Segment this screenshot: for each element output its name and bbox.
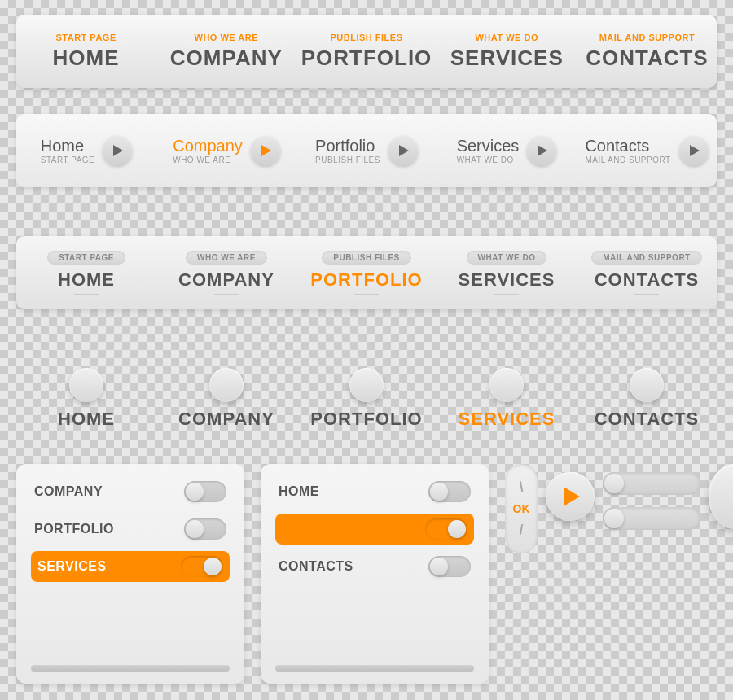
nav2-services-sub: WHAT WE DO	[457, 155, 520, 164]
nav3-services[interactable]: WHAT WE DO SERVICES	[437, 251, 577, 295]
nav4-home-circle[interactable]	[69, 368, 103, 402]
panel-middle: HOME CONTACTS	[261, 464, 489, 684]
toggle-portfolio2-switch[interactable]	[425, 518, 467, 540]
nav4-contacts[interactable]: CONTACTS	[577, 368, 717, 430]
toggle-portfolio-knob	[186, 520, 204, 538]
nav-bar-3: START PAGE HOME WHO WE ARE COMPANY PUBLI…	[16, 236, 717, 309]
play-triangle-2	[399, 145, 409, 156]
nav2-portfolio[interactable]: Portfolio PUBLISH FILES	[296, 136, 437, 165]
panel-right-top: \ OK / ⏻	[505, 464, 733, 562]
nav2-portfolio-play[interactable]	[388, 136, 418, 165]
toggle-group	[603, 472, 700, 562]
nav3-company-title: COMPANY	[178, 269, 274, 291]
nav2-home-sub: START PAGE	[41, 155, 95, 164]
nav4-company-circle[interactable]	[209, 368, 244, 402]
nav3-company-underline	[214, 294, 239, 295]
play-triangle-active	[261, 145, 271, 156]
panel-left: COMPANY PORTFOLIO SERVICES	[16, 464, 244, 684]
panel-middle-bottom-bar	[275, 665, 474, 672]
play-large-triangle	[564, 487, 580, 506]
nav3-contacts-pill: MAIL AND SUPPORT	[591, 251, 701, 265]
play-triangle	[113, 145, 123, 156]
toggle-home-row[interactable]: HOME	[275, 476, 474, 507]
play-triangle-4	[690, 145, 700, 156]
nav3-home-pill: START PAGE	[47, 251, 125, 265]
nav4-contacts-circle[interactable]	[630, 368, 664, 402]
nav3-services-title: SERVICES	[459, 269, 555, 291]
toggle-contacts-knob	[430, 558, 448, 575]
nav2-home-play[interactable]	[103, 136, 132, 165]
nav1-home-title: HOME	[53, 46, 120, 71]
nav2-home-main: Home	[41, 137, 95, 155]
nav1-company[interactable]: WHO WE ARE COMPANY	[156, 33, 296, 71]
nav2-home-text: Home START PAGE	[41, 137, 95, 164]
vertical-slider[interactable]: \ OK /	[505, 464, 538, 553]
nav1-contacts[interactable]: MAIL AND SUPPORT CONTACTS	[577, 33, 717, 71]
toggle-portfolio2-row-active[interactable]	[275, 514, 474, 545]
toggle-company-label: COMPANY	[34, 484, 103, 499]
toggle-wide-2[interactable]	[603, 507, 700, 530]
nav1-services-subtitle: WHAT WE DO	[475, 33, 538, 42]
nav2-services-main: Services	[457, 137, 520, 155]
nav2-services-play[interactable]	[527, 136, 556, 165]
nav4-portfolio-title: PORTFOLIO	[310, 409, 422, 430]
nav3-contacts-title: CONTACTS	[595, 269, 700, 291]
nav3-portfolio[interactable]: PUBLISH FILES PORTFOLIO	[296, 251, 437, 295]
nav2-company[interactable]: Company WHO WE ARE	[156, 136, 296, 165]
toggle-portfolio-row[interactable]: PORTFOLIO	[31, 514, 230, 545]
nav4-portfolio[interactable]: PORTFOLIO	[296, 368, 437, 430]
toggle-services-switch[interactable]	[181, 556, 223, 577]
nav1-portfolio-subtitle: PUBLISH FILES	[331, 33, 403, 42]
nav4-home[interactable]: HOME	[16, 368, 156, 430]
nav3-portfolio-pill: PUBLISH FILES	[322, 251, 411, 265]
nav2-company-sub: WHO WE ARE	[173, 155, 243, 164]
nav2-company-main: Company	[173, 137, 243, 155]
nav2-home[interactable]: Home START PAGE	[16, 136, 156, 165]
nav2-services[interactable]: Services WHAT WE DO	[437, 136, 577, 165]
toggle-company-knob	[186, 483, 204, 501]
toggle-contacts-label: CONTACTS	[279, 559, 353, 574]
toggle-portfolio-switch[interactable]	[184, 518, 226, 540]
nav1-portfolio-title: PORTFOLIO	[301, 46, 432, 71]
toggle-contacts-switch[interactable]	[428, 556, 471, 577]
nav3-home[interactable]: START PAGE HOME	[16, 251, 156, 295]
nav1-services[interactable]: WHAT WE DO SERVICES	[437, 33, 577, 71]
nav1-contacts-title: CONTACTS	[586, 46, 709, 71]
toggle-home-switch[interactable]	[428, 481, 471, 502]
nav1-home[interactable]: START PAGE HOME	[16, 33, 156, 71]
nav2-contacts-play[interactable]	[679, 136, 709, 165]
nav1-portfolio[interactable]: PUBLISH FILES PORTFOLIO	[296, 33, 436, 71]
toggle-company-switch[interactable]	[184, 481, 226, 502]
nav-bar-4: HOME COMPANY PORTFOLIO SERVICES CONTACTS	[16, 358, 717, 440]
toggle-company-row[interactable]: COMPANY	[31, 476, 230, 507]
slash-top: \	[519, 479, 523, 496]
nav3-company-pill: WHO WE ARE	[186, 251, 267, 265]
nav3-contacts[interactable]: MAIL AND SUPPORT CONTACTS	[577, 251, 717, 295]
toggle-wide-1[interactable]	[603, 472, 700, 495]
nav2-portfolio-text: Portfolio PUBLISH FILES	[315, 137, 380, 164]
nav4-company[interactable]: COMPANY	[156, 368, 296, 430]
nav4-services[interactable]: SERVICES	[437, 368, 577, 430]
nav2-contacts[interactable]: Contacts MAIL AND SUPPORT	[577, 136, 717, 165]
toggle-services-row-active[interactable]: SERVICES	[31, 551, 230, 582]
nav3-company[interactable]: WHO WE ARE COMPANY	[156, 251, 296, 295]
nav1-company-subtitle: WHO WE ARE	[195, 33, 259, 42]
nav4-home-title: HOME	[58, 409, 115, 430]
toggle-portfolio2-knob	[448, 520, 466, 538]
panel-right: \ OK / ⏻	[505, 464, 733, 684]
nav4-portfolio-circle[interactable]	[349, 368, 384, 402]
nav3-home-underline	[74, 294, 99, 295]
nav1-home-subtitle: START PAGE	[55, 33, 116, 42]
panel-left-bottom-bar	[31, 665, 230, 672]
toggle-home-knob	[430, 483, 448, 501]
large-circle	[709, 464, 733, 529]
nav4-company-title: COMPANY	[178, 409, 274, 430]
nav4-services-circle[interactable]	[489, 368, 524, 402]
toggle-contacts-row[interactable]: CONTACTS	[275, 551, 474, 582]
play-large-button[interactable]	[546, 472, 595, 521]
toggle-services-knob	[204, 558, 222, 575]
nav2-company-play[interactable]	[251, 136, 280, 165]
toggle-services-label: SERVICES	[37, 559, 107, 574]
nav3-services-underline	[494, 294, 519, 295]
nav1-company-title: COMPANY	[170, 46, 283, 71]
